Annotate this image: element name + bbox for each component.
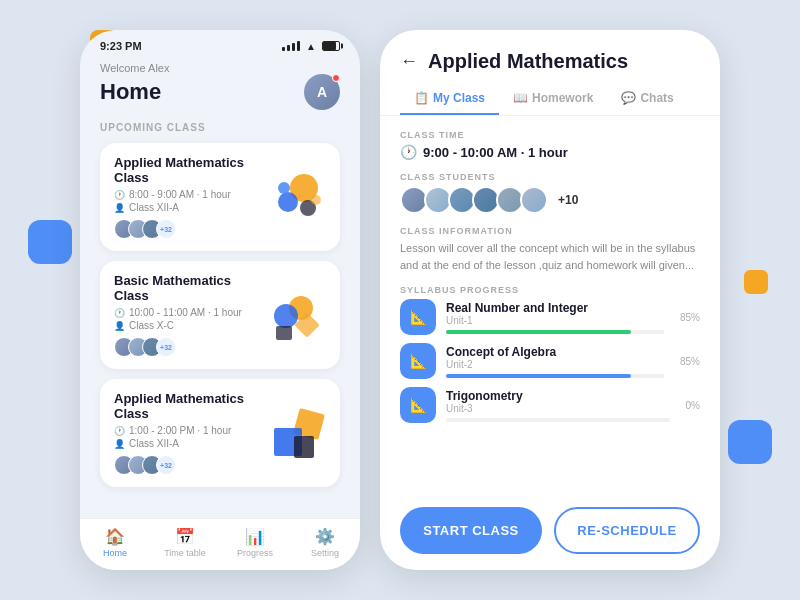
tabs-row: 📋 My Class 📖 Homework 💬 Chats	[380, 83, 720, 116]
class-students-section: CLASS STUDENTS +10	[400, 172, 700, 214]
syllabus-list: 📐 Real Number and Integer Unit-1 85% 📐	[400, 299, 700, 423]
class-time-value: 9:00 - 10:00 AM · 1 hour	[423, 145, 568, 160]
syllabus-name-1: Real Number and Integer	[446, 301, 664, 315]
class-information-section: CLASS INFORMATION Lesson will cover all …	[400, 226, 700, 273]
class-time-row: 🕐 9:00 - 10:00 AM · 1 hour	[400, 144, 700, 160]
syllabus-unit-2: Unit-2	[446, 359, 664, 370]
nav-setting-label: Setting	[311, 548, 339, 558]
tab-homework-label: Homework	[532, 91, 593, 105]
class-information-text: Lesson will cover all the concept which …	[400, 240, 700, 273]
progress-bg-3	[446, 418, 670, 422]
class-group-3: 👤 Class XII-A	[114, 438, 258, 449]
nav-timetable[interactable]: 📅 Time table	[150, 527, 220, 558]
battery-icon	[322, 41, 340, 51]
class-information-label: CLASS INFORMATION	[400, 226, 700, 236]
phone-header: Welcome Alex Home A	[80, 56, 360, 122]
class-time-2: 🕐 10:00 - 11:00 AM · 1 hour	[114, 307, 258, 318]
class-illustration-3	[266, 406, 326, 461]
svg-rect-11	[294, 436, 314, 458]
syllabus-name-3: Trigonometry	[446, 389, 670, 403]
class-group-1: 👤 Class XII-A	[114, 202, 258, 213]
reschedule-button[interactable]: RE-SCHEDULE	[554, 507, 700, 554]
syllabus-text-3: Trigonometry Unit-3	[446, 389, 670, 422]
class-illustration-2	[266, 288, 326, 343]
timetable-icon: 📅	[175, 527, 195, 546]
tab-homework[interactable]: 📖 Homework	[499, 83, 607, 115]
student-count-1: +32	[156, 219, 176, 239]
clock-icon-1: 🕐	[114, 190, 125, 200]
svg-point-6	[274, 304, 298, 328]
class-card-1[interactable]: Applied Mathematics Class 🕐 8:00 - 9:00 …	[100, 143, 340, 251]
left-phone: 9:23 PM ▲ Welcome Alex Home A	[80, 30, 360, 570]
back-button[interactable]: ←	[400, 51, 418, 72]
decorative-blob-blue-right	[728, 420, 772, 464]
syllabus-name-2: Concept of Algebra	[446, 345, 664, 359]
signal-icon	[282, 41, 300, 51]
home-title: Home	[100, 79, 161, 105]
wifi-icon: ▲	[306, 41, 316, 52]
decorative-blob-blue-left	[28, 220, 72, 264]
decorative-blob-orange-right	[744, 270, 768, 294]
syllabus-unit-1: Unit-1	[446, 315, 664, 326]
group-icon-1: 👤	[114, 203, 125, 213]
nav-timetable-label: Time table	[164, 548, 206, 558]
right-panel: ← Applied Mathematics 📋 My Class 📖 Homew…	[380, 30, 720, 570]
home-icon: 🏠	[105, 527, 125, 546]
clock-icon-3: 🕐	[114, 426, 125, 436]
class-card-3[interactable]: Applied Mathematics Class 🕐 1:00 - 2:00 …	[100, 379, 340, 487]
syllabus-item-3: 📐 Trigonometry Unit-3 0%	[400, 387, 700, 423]
progress-icon: 📊	[245, 527, 265, 546]
class-info-3: Applied Mathematics Class 🕐 1:00 - 2:00 …	[114, 391, 258, 475]
syllabus-item-1: 📐 Real Number and Integer Unit-1 85%	[400, 299, 700, 335]
progress-bg-1	[446, 330, 664, 334]
student-count-2: +32	[156, 337, 176, 357]
panel-footer: START CLASS RE-SCHEDULE	[380, 495, 720, 570]
progress-bg-2	[446, 374, 664, 378]
progress-pct-2: 85%	[680, 356, 700, 367]
class-name-1: Applied Mathematics Class	[114, 155, 258, 185]
tab-chats-label: Chats	[640, 91, 673, 105]
homework-icon: 📖	[513, 91, 528, 105]
tab-chats[interactable]: 💬 Chats	[607, 83, 687, 115]
nav-home-label: Home	[103, 548, 127, 558]
syllabus-icon-1: 📐	[400, 299, 436, 335]
progress-fill-2	[446, 374, 631, 378]
nav-progress-label: Progress	[237, 548, 273, 558]
syllabus-icon-2: 📐	[400, 343, 436, 379]
class-time-section: CLASS TIME 🕐 9:00 - 10:00 AM · 1 hour	[400, 130, 700, 160]
panel-content: CLASS TIME 🕐 9:00 - 10:00 AM · 1 hour CL…	[380, 116, 720, 495]
class-card-2[interactable]: Basic Mathematics Class 🕐 10:00 - 11:00 …	[100, 261, 340, 369]
clock-icon-2: 🕐	[114, 308, 125, 318]
notification-dot	[332, 74, 340, 82]
nav-home[interactable]: 🏠 Home	[80, 527, 150, 558]
svg-point-4	[311, 195, 321, 205]
class-time-3: 🕐 1:00 - 2:00 PM · 1 hour	[114, 425, 258, 436]
group-icon-3: 👤	[114, 439, 125, 449]
upcoming-section: UPCOMING CLASS Applied Mathematics Class…	[80, 122, 360, 518]
start-class-button[interactable]: START CLASS	[400, 507, 542, 554]
student-count-3: +32	[156, 455, 176, 475]
syllabus-text-2: Concept of Algebra Unit-2	[446, 345, 664, 378]
tab-my-class[interactable]: 📋 My Class	[400, 83, 499, 115]
nav-progress[interactable]: 📊 Progress	[220, 527, 290, 558]
phones-container: 9:23 PM ▲ Welcome Alex Home A	[80, 30, 720, 570]
user-avatar-container[interactable]: A	[304, 74, 340, 110]
welcome-text: Welcome Alex	[100, 62, 340, 74]
section-title: UPCOMING CLASS	[100, 122, 340, 133]
home-title-row: Home A	[100, 74, 340, 110]
panel-title: Applied Mathematics	[428, 50, 628, 73]
progress-pct-3: 0%	[686, 400, 700, 411]
syllabus-unit-3: Unit-3	[446, 403, 670, 414]
my-class-icon: 📋	[414, 91, 429, 105]
students-row: +10	[400, 186, 700, 214]
class-info-2: Basic Mathematics Class 🕐 10:00 - 11:00 …	[114, 273, 258, 357]
nav-setting[interactable]: ⚙️ Setting	[290, 527, 360, 558]
class-illustration-1	[266, 170, 326, 225]
svg-point-3	[278, 182, 290, 194]
progress-pct-1: 85%	[680, 312, 700, 323]
class-group-2: 👤 Class X-C	[114, 320, 258, 331]
group-icon-2: 👤	[114, 321, 125, 331]
panel-header: ← Applied Mathematics	[380, 30, 720, 83]
progress-fill-1	[446, 330, 631, 334]
class-avatars-3: +32	[114, 455, 258, 475]
